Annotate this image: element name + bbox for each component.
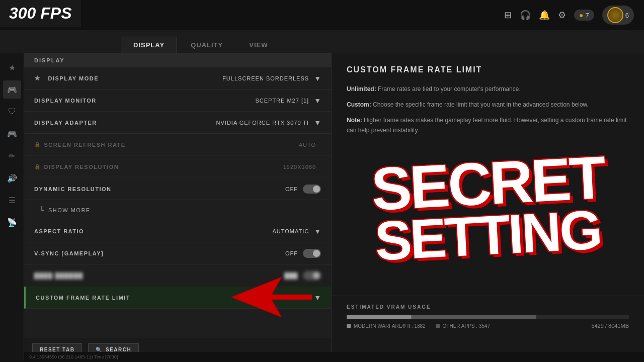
setting-blurred: ████ ██████ ███ bbox=[24, 264, 331, 287]
setting-aspect-ratio[interactable]: ASPECT RATIO AUTOMATIC ▼ bbox=[24, 220, 331, 242]
sidebar: ★ 🎮 🛡 🎮 ✏ 🔊 ☰ 📡 bbox=[0, 53, 24, 362]
sidebar-icon-pen[interactable]: ✏ bbox=[3, 147, 21, 165]
vram-mw-legend: MODERN WARFARE® II : 1882 bbox=[347, 323, 426, 329]
toggle-knob bbox=[313, 186, 320, 193]
dropdown-arrow: ▼ bbox=[314, 97, 321, 105]
toggle-knob-blurred bbox=[313, 272, 320, 279]
level-badge-2: 6 bbox=[602, 6, 634, 25]
dropdown-arrow-cfrl: ▼ bbox=[314, 294, 321, 302]
show-more-label: SHOW MORE bbox=[48, 207, 91, 213]
tab-view[interactable]: VIEW bbox=[236, 37, 280, 53]
vram-bar-other bbox=[412, 315, 536, 319]
setting-screen-refresh: 🔒 SCREEN REFRESH RATE AUTO bbox=[24, 134, 331, 156]
setting-custom-frame-rate[interactable]: CUSTOM FRAME RATE LIMIT CUSTOM ▼ bbox=[24, 287, 331, 309]
gear-icon[interactable]: ⚙ bbox=[558, 10, 566, 21]
toggle-blurred bbox=[303, 271, 321, 280]
info-title: CUSTOM FRAME RATE LIMIT bbox=[347, 65, 629, 74]
sidebar-icon-shield[interactable]: 🛡 bbox=[3, 103, 21, 121]
setting-display-monitor[interactable]: DISPLAY MONITOR SCEPTRE M27 [1] ▼ bbox=[24, 89, 331, 112]
lock-icon-res: 🔒 bbox=[34, 164, 41, 169]
headphones-icon[interactable]: 🎧 bbox=[520, 10, 531, 21]
setting-dynamic-resolution[interactable]: DYNAMIC RESOLUTION OFF bbox=[24, 178, 331, 200]
bell-icon[interactable]: 🔔 bbox=[539, 10, 550, 21]
fps-badge: 300 FPS bbox=[0, 0, 81, 27]
sidebar-icon-sound[interactable]: 🔊 bbox=[3, 169, 21, 187]
sidebar-icon-network[interactable]: 📡 bbox=[3, 213, 21, 231]
vram-bar-mw bbox=[347, 315, 412, 319]
secret-text-line1: SECRET bbox=[370, 149, 606, 216]
info-text-custom: Custom: Choose the specific frame rate l… bbox=[347, 100, 629, 110]
toggle-vsync[interactable] bbox=[303, 249, 321, 258]
setting-display-mode[interactable]: ★ DISPLAY MODE FULLSCREEN BORDERLESS ▼ bbox=[24, 67, 331, 89]
main-content: DISPLAY ★ DISPLAY MODE FULLSCREEN BORDER… bbox=[24, 53, 644, 362]
sidebar-icon-star[interactable]: ★ bbox=[3, 58, 21, 76]
bracket-icon: └ bbox=[39, 206, 44, 214]
avatar bbox=[607, 7, 623, 23]
top-bar: 300 FPS ⊞ 🎧 🔔 ⚙ ● 7 6 bbox=[0, 0, 644, 30]
setting-display-adapter[interactable]: DISPLAY ADAPTER NVIDIA GEFORCE RTX 3070 … bbox=[24, 112, 331, 134]
vram-section: ESTIMATED VRAM USAGE MODERN WARFARE® II … bbox=[332, 296, 644, 337]
settings-panel: DISPLAY ★ DISPLAY MODE FULLSCREEN BORDER… bbox=[24, 53, 331, 362]
coords-bar: 9.4.13064550 (36.210.1465-11) Time [7000… bbox=[24, 352, 644, 362]
star-icon: ★ bbox=[34, 74, 41, 82]
level-badge-1: ● 7 bbox=[574, 10, 594, 21]
vram-bar bbox=[347, 315, 629, 319]
sidebar-icon-controller[interactable]: 🎮 bbox=[3, 80, 21, 99]
tab-bar: DISPLAY QUALITY VIEW bbox=[0, 30, 644, 53]
tab-quality[interactable]: QUALITY bbox=[178, 37, 235, 53]
top-icons: ⊞ 🎧 🔔 ⚙ ● 7 6 bbox=[504, 6, 634, 25]
info-text-unlimited: Unlimited: Frame rates are tied to your … bbox=[347, 84, 629, 94]
vram-legend: MODERN WARFARE® II : 1882 OTHER APPS : 3… bbox=[347, 323, 629, 329]
dropdown-arrow: ▼ bbox=[314, 119, 321, 127]
vram-dot-mw bbox=[347, 324, 351, 328]
secret-text-line2: SETTING bbox=[374, 204, 602, 265]
info-panel: CUSTOM FRAME RATE LIMIT Unlimited: Frame… bbox=[331, 53, 644, 362]
dropdown-arrow: ▼ bbox=[314, 74, 321, 82]
settings-list: ★ DISPLAY MODE FULLSCREEN BORDERLESS ▼ D… bbox=[24, 67, 331, 362]
setting-display-resolution: 🔒 DISPLAY RESOLUTION 1920X1080 bbox=[24, 156, 331, 178]
toggle-dynamic-resolution[interactable] bbox=[303, 185, 321, 194]
vram-dot-other bbox=[436, 324, 440, 328]
vram-total: 5429 / 8041MB bbox=[591, 323, 629, 329]
setting-vsync[interactable]: V-SYNC [GAMEPLAY] OFF bbox=[24, 242, 331, 264]
toggle-knob-vsync bbox=[313, 250, 320, 257]
show-more-row[interactable]: └ SHOW MORE bbox=[24, 200, 331, 220]
tab-display[interactable]: DISPLAY bbox=[121, 37, 177, 53]
lock-icon: 🔒 bbox=[34, 142, 41, 147]
grid-icon[interactable]: ⊞ bbox=[504, 10, 512, 21]
vram-title: ESTIMATED VRAM USAGE bbox=[347, 304, 629, 310]
dropdown-arrow-ar: ▼ bbox=[314, 227, 321, 235]
vram-other-legend: OTHER APPS : 3547 bbox=[436, 323, 491, 329]
sidebar-icon-list[interactable]: ☰ bbox=[3, 191, 21, 209]
sidebar-icon-gamepad[interactable]: 🎮 bbox=[3, 125, 21, 143]
info-text-note: Note: Higher frame rates makes the gamep… bbox=[347, 116, 629, 135]
section-header: DISPLAY bbox=[24, 53, 331, 67]
vram-bar-free bbox=[536, 315, 629, 319]
